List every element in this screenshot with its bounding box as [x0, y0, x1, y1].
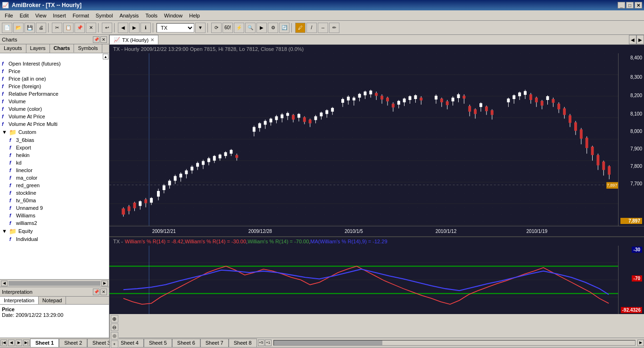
- list-item-volume-at-price[interactable]: f Volume At Price: [0, 113, 109, 120]
- sheet-tab-1[interactable]: Sheet 1: [30, 339, 59, 347]
- print-button[interactable]: 🖨: [36, 23, 46, 33]
- forward-button[interactable]: ▶: [129, 23, 140, 33]
- explore-button[interactable]: 🔍: [245, 23, 256, 33]
- rt-crosshair[interactable]: +: [111, 340, 118, 348]
- tab-notepad[interactable]: Notepad: [39, 297, 66, 304]
- folder-equity[interactable]: ▼ 📁 Equity: [0, 227, 109, 235]
- sheet-tab-7[interactable]: Sheet 7: [200, 339, 229, 347]
- list-item-unnamed9[interactable]: f Unnamed 9: [0, 204, 109, 212]
- walk-button[interactable]: 🔄: [279, 23, 289, 33]
- rt-zoom-in[interactable]: ⊕: [111, 315, 118, 323]
- refresh-button[interactable]: ⟳: [211, 23, 222, 33]
- paste-button[interactable]: 📌: [74, 23, 85, 33]
- scroll-right-main[interactable]: ▶: [637, 340, 644, 346]
- list-item-stockline[interactable]: f stockline: [0, 189, 109, 197]
- new-button[interactable]: 📄: [2, 23, 12, 33]
- list-item-kd[interactable]: f kd: [0, 159, 109, 166]
- symbol-selector[interactable]: TX: [157, 23, 194, 33]
- sheet-prev-button[interactable]: ◀: [8, 340, 15, 346]
- sheet-last-button[interactable]: ▶|: [23, 340, 30, 346]
- panel-scrollbar[interactable]: ◀ ▶: [0, 279, 109, 287]
- menu-symbol[interactable]: Symbol: [93, 12, 116, 19]
- list-item-individual[interactable]: f Individual: [0, 235, 109, 243]
- indicator-canvas[interactable]: [109, 246, 618, 314]
- symbol-dropdown[interactable]: ▼: [195, 23, 206, 33]
- menu-help[interactable]: Help: [186, 12, 203, 19]
- undo-button[interactable]: ↩: [102, 23, 112, 33]
- optimize-button[interactable]: ⚙: [268, 23, 278, 33]
- dash-button[interactable]: --: [318, 23, 328, 33]
- list-item-williams2[interactable]: f williams2: [0, 219, 109, 227]
- list-item-ma-color[interactable]: f ma_color: [0, 174, 109, 182]
- scroll-up[interactable]: ▲: [103, 54, 108, 59]
- close-button[interactable]: ✕: [635, 2, 642, 8]
- sheet-more-button[interactable]: +1: [265, 340, 272, 346]
- backtest-button[interactable]: ▶: [256, 23, 267, 33]
- sheet-tab-6[interactable]: Sheet 6: [172, 339, 200, 347]
- scroll-right[interactable]: ▶: [101, 281, 108, 286]
- tab-interpretation[interactable]: Interpretation: [0, 297, 39, 304]
- draw-button[interactable]: 🖊: [295, 23, 305, 33]
- maximize-button[interactable]: □: [626, 2, 634, 8]
- title-bar-controls[interactable]: _ □ ✕: [618, 2, 642, 8]
- menu-view[interactable]: View: [33, 12, 50, 19]
- line-button[interactable]: /: [306, 23, 317, 33]
- rt-zoom-out[interactable]: ⊖: [111, 323, 118, 331]
- panel-pin[interactable]: 📌: [93, 36, 99, 43]
- list-item-volume-at-price-multi[interactable]: f Volume At Price Multi: [0, 120, 109, 128]
- sheet-next-button[interactable]: ▶: [16, 340, 22, 346]
- list-item-price[interactable]: f Price: [0, 67, 109, 75]
- list-item-volume-color[interactable]: f Volume (color): [0, 105, 109, 113]
- list-item-open-interest[interactable]: f Open Interest (futures): [0, 60, 109, 67]
- scroll-left[interactable]: ◀: [1, 281, 8, 286]
- sheet-tab-2[interactable]: Sheet 2: [59, 339, 87, 347]
- rt-fit[interactable]: ◎: [111, 332, 118, 340]
- save-button[interactable]: 💾: [25, 23, 35, 33]
- list-item-lineclor[interactable]: f lineclor: [0, 166, 109, 174]
- menu-file[interactable]: File: [2, 12, 16, 19]
- delete-button[interactable]: ✕: [86, 23, 96, 33]
- minimize-button[interactable]: _: [618, 2, 625, 8]
- interp-close[interactable]: ✕: [100, 289, 107, 295]
- open-button[interactable]: 📂: [13, 23, 24, 33]
- menu-window[interactable]: Window: [161, 12, 185, 19]
- sheet-tab-8[interactable]: Sheet 8: [229, 339, 257, 347]
- tab-layers[interactable]: Layers: [26, 44, 50, 53]
- tab-layouts[interactable]: Layouts: [0, 44, 26, 53]
- tab-symbols[interactable]: Symbols: [74, 44, 102, 53]
- chart-tab-close[interactable]: ✕: [150, 37, 154, 42]
- tab-charts[interactable]: Charts: [50, 44, 74, 53]
- copy-button[interactable]: 📋: [63, 23, 74, 33]
- folder-custom[interactable]: ▼ 📁 Custom: [0, 128, 109, 136]
- realtime-button[interactable]: 60!: [223, 23, 233, 33]
- pencil-button[interactable]: ✏: [329, 23, 339, 33]
- cut-button[interactable]: ✂: [52, 23, 62, 33]
- scan-button[interactable]: ⚡: [234, 23, 244, 33]
- sheet-tab-4[interactable]: Sheet 4: [116, 339, 144, 347]
- list-item-heikin[interactable]: f heikin: [0, 151, 109, 159]
- list-item-price-all-in-one[interactable]: f Price (all in one): [0, 75, 109, 83]
- nav-prev[interactable]: ◀: [629, 35, 636, 44]
- main-chart-canvas[interactable]: 7,897: [109, 53, 618, 226]
- list-item-3-6bias[interactable]: f 3_6bias: [0, 136, 109, 144]
- back-button[interactable]: ◀: [118, 23, 128, 33]
- menu-tools[interactable]: Tools: [142, 12, 160, 19]
- list-item-volume[interactable]: f Volume: [0, 98, 109, 105]
- menu-edit[interactable]: Edit: [17, 12, 32, 19]
- list-item-tv60ma[interactable]: f tv_60ma: [0, 197, 109, 204]
- panel-close[interactable]: ✕: [100, 36, 107, 43]
- list-item-price-foreign[interactable]: f Price (foreign): [0, 83, 109, 90]
- menu-insert[interactable]: Insert: [50, 12, 69, 19]
- sheet-tab-5[interactable]: Sheet 5: [144, 339, 172, 347]
- nav-next[interactable]: ▶: [636, 35, 644, 44]
- list-item-red-green[interactable]: f red_green: [0, 182, 109, 189]
- list-item-williams[interactable]: f Williams: [0, 212, 109, 219]
- interp-pin[interactable]: 📌: [93, 289, 99, 295]
- sheet-first-button[interactable]: |◀: [0, 340, 7, 346]
- list-item-export[interactable]: f Export: [0, 144, 109, 151]
- horizontal-scrollbar[interactable]: [273, 340, 636, 346]
- sheet-add-button[interactable]: +5: [258, 340, 264, 346]
- chart-tab-tx-hourly[interactable]: 📈 TX (Hourly) ✕: [109, 35, 158, 44]
- list-item-relative-performance[interactable]: f Relative Performance: [0, 90, 109, 98]
- menu-format[interactable]: Format: [70, 12, 92, 19]
